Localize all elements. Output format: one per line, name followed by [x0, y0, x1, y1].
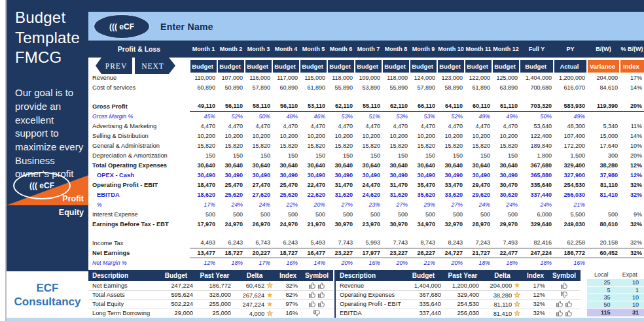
pl-cell-selling-distribution-Month 1: 10,200 [190, 131, 217, 141]
summary-row-long-term-borrowing: Long Term Borrowing29,00025,0004,000★16% [88, 309, 333, 318]
pl-cell-advertising-marketing-B/(W): 5,340 [587, 121, 620, 131]
pl-column-header-month-2: Month 2 [217, 41, 245, 58]
pl-cell-income-tax-Month 10: 8,243 [437, 238, 465, 248]
thumb-up-icon [565, 300, 573, 308]
pl-subheader-budget: Budget [437, 60, 465, 73]
headcount-total-cell: 31 [616, 308, 644, 316]
pl-cell-net-earnings-Month 2: 18,727 [217, 248, 245, 258]
pl-row-: %17%24%24%22%20%27%23%27%29%27%24%24%24%… [88, 199, 644, 209]
pl-cell-revenue-Full Y: 1,404,000 [520, 73, 554, 82]
summary-index: 16% [276, 309, 300, 318]
pl-cell-general-administration-Month 12: 15,820 [492, 141, 520, 150]
ecf-logo-icon: ((( eCF [94, 14, 150, 39]
summary-desc: Operating Expenses [335, 290, 403, 299]
pl-cell-selling-distribution-PY: 107,400 [554, 131, 587, 141]
pl-cell-operating-profit-ebit-Month 3: 27,470 [245, 180, 272, 190]
prev-button[interactable]: PREV [96, 58, 132, 74]
summary-table-pnl: DescriptionBudgetPast YearDeltaIndexSymb… [334, 270, 581, 318]
headcount-row-3: 5010 [587, 301, 644, 308]
header-band: ((( eCF Enter Name [88, 12, 644, 41]
pl-cell-gross-margin-Month 8: 53% [382, 111, 410, 121]
next-button[interactable]: NEXT [135, 58, 175, 74]
top-navy-strip [0, 0, 644, 12]
headcount-cell: 50 [587, 301, 616, 308]
pl-row-earnings-before-tax-ebt: Earnings Before Tax - EBT17,97024,97026,… [88, 219, 644, 229]
pl-cell-interest-expense-Month 2: 500 [217, 209, 245, 219]
pl-cell-advertising-marketing-Month 2: 4,470 [217, 121, 245, 131]
summary-index: 12% [523, 290, 548, 299]
ecf-logo-icon: ((( eCF [13, 172, 71, 199]
pl-cell-net-earnings-PY: 186,772 [554, 248, 587, 258]
pl-cell-cost-of-services-Month 4: 60,890 [272, 82, 300, 92]
pl-cell-selling-distribution-Month 11: 10,200 [465, 131, 492, 141]
summary-desc: Revenue [335, 281, 403, 290]
summary-desc: Long Term Borrowing [88, 309, 156, 318]
enter-name-field[interactable]: Enter Name [160, 22, 213, 32]
pl-cell--Month 1: 17% [190, 199, 217, 209]
headcount-header-expat: Expat [616, 270, 644, 279]
pl-cell-gross-profit-Full Y: 703,320 [520, 101, 554, 111]
profit-loss-table: Profit & Loss Month 1Month 2Month 3Month… [88, 41, 644, 267]
pl-cell-net-earnings-Month 8: 23,227 [382, 248, 410, 258]
summary-symbol [548, 299, 581, 309]
pl-subheader-budget: Budget [492, 60, 520, 73]
summary-header-delta: Delta [482, 270, 523, 281]
pl-cell-total-operating-expenses-Month 12: 30,640 [492, 160, 520, 170]
pl-cell-ebitda-Month 12: 30,620 [492, 190, 520, 199]
pl-cell-general-administration-Month 11: 15,820 [465, 141, 492, 150]
pl-cell-revenue-Month 12: 125,000 [492, 73, 520, 82]
pl-row-label: Gross Profit [88, 101, 190, 111]
pl-cell-ebitda-Month 5: 22,620 [300, 190, 327, 199]
pl-cell-gross-profit-Month 3: 58,110 [245, 101, 272, 111]
pl-row-label: Interest Expense [88, 209, 190, 219]
summary-header-budget: Budget [156, 270, 196, 281]
summary-symbol [300, 290, 333, 299]
summary-header-delta: Delta [234, 270, 276, 281]
summary-past-year: 256,030 [444, 309, 482, 318]
pl-cell-advertising-marketing-Month 10: 4,470 [437, 121, 465, 131]
pl-cell-opex-cash-Month 7: 30,490 [355, 170, 382, 180]
pl-cell-net-margin-Month 6: 20% [327, 258, 355, 267]
pl-cell-total-operating-expenses-Month 11: 30,640 [465, 160, 492, 170]
pl-cell-revenue-Month 7: 109,000 [355, 73, 382, 82]
pl-cell-total-operating-expenses-Full Y: 367,680 [520, 160, 554, 170]
pl-cell-selling-distribution-Month 9: 10,200 [410, 131, 437, 141]
headcount-header-row: LocalExpat [587, 270, 644, 279]
summary-row-revenue: Revenue1,404,0001,200,000204,000★17% [335, 281, 581, 290]
summary-budget: 29,000 [156, 309, 196, 318]
summary-delta: 4,000★ [234, 309, 276, 318]
summary-table-balance: DescriptionBudgetPast YearDeltaIndexSymb… [88, 270, 333, 318]
pl-cell-depreciation-amortization-% B/(W): 20% [620, 150, 644, 160]
pl-cell-opex-cash-Month 2: 30,490 [217, 170, 245, 180]
pl-cell-gross-margin-Month 6: 53% [327, 111, 355, 121]
pl-row-spacer [88, 229, 644, 238]
pl-cell-gross-profit-Month 10: 64,110 [437, 101, 465, 111]
summary-delta: 81,110★ [482, 299, 523, 309]
pl-subheader-budget: Budget [300, 60, 327, 73]
pl-row-opex-cash: OPEX - Cash30,49030,49030,49030,49030,49… [88, 170, 644, 180]
pl-cell-depreciation-amortization-Month 3: 150 [245, 150, 272, 160]
summary-desc: Total Assets [88, 290, 156, 299]
pl-cell-earnings-before-tax-ebt-Month 2: 24,970 [217, 219, 245, 229]
pl-cell-ebitda-Month 6: 31,620 [327, 190, 355, 199]
pl-row-label: Earnings Before Tax - EBT [88, 219, 190, 229]
pl-cell-interest-expense-Month 12: 500 [492, 209, 520, 219]
summary-index: 32% [523, 309, 548, 318]
pl-cell-general-administration-PY: 172,200 [554, 141, 587, 150]
headcount-row-2: 3510 [587, 294, 644, 301]
thumb-up-icon [308, 282, 316, 290]
pl-cell-advertising-marketing-% B/(W): 11% [620, 121, 644, 131]
pl-cell-interest-expense-Month 7: 500 [355, 209, 382, 219]
summary-index: 82% [276, 290, 300, 299]
pl-subheader-budget: Budget [355, 60, 382, 73]
pl-cell-ebitda-Month 3: 27,620 [245, 190, 272, 199]
pl-cell-depreciation-amortization-Month 7: 150 [355, 150, 382, 160]
pl-cell-depreciation-amortization-Month 12: 150 [492, 150, 520, 160]
pl-cell-depreciation-amortization-Month 2: 150 [217, 150, 245, 160]
pl-cell-cost-of-services-Month 10: 58,890 [437, 82, 465, 92]
pl-cell-gross-profit-Month 9: 66,110 [410, 101, 437, 111]
pl-subheader-budget: Budget [190, 60, 217, 73]
pl-cell-opex-cash-Month 9: 30,490 [410, 170, 437, 180]
pl-column-header-full-y: Full Y [520, 41, 554, 58]
pl-cell--PY: 21% [554, 199, 587, 209]
